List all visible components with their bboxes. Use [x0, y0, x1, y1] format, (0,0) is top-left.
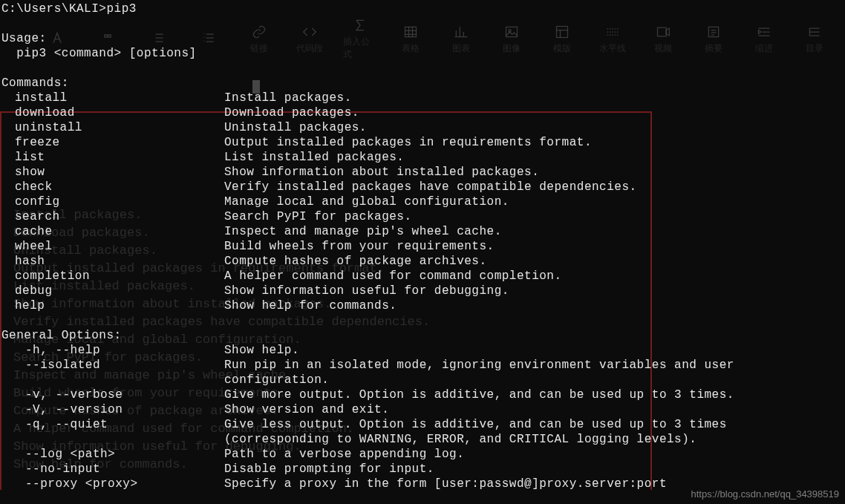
option-desc: Specify a proxy in the form [user:passwd…: [224, 477, 667, 491]
option-desc: Run pip in an isolated mode, ignoring en…: [224, 358, 734, 373]
command-name: wheel: [1, 239, 224, 254]
command-name: list: [1, 150, 224, 165]
option-desc: Give less output. Option is additive, an…: [224, 417, 727, 432]
option-flag: -q, --quiet: [1, 417, 224, 432]
command-desc: Build wheels from your requirements.: [224, 239, 495, 254]
command-desc: A helper command used for command comple…: [224, 269, 562, 284]
command-name: help: [1, 298, 224, 313]
commands-header: Commands:: [1, 76, 69, 90]
option-desc: Path to a verbose appending log.: [224, 447, 464, 462]
command-desc: Download packages.: [224, 105, 359, 120]
command-desc: Uninstall packages.: [224, 120, 367, 135]
command-name: download: [1, 105, 224, 120]
command-desc: Manage local and global configuration.: [224, 194, 509, 209]
option-desc: Disable prompting for input.: [224, 462, 434, 477]
command-name: config: [1, 194, 224, 209]
command-name: install: [1, 91, 224, 105]
command-desc: List installed packages.: [224, 150, 404, 165]
command-name: completion: [1, 269, 224, 284]
command-desc: Install packages.: [224, 91, 352, 105]
command-name: uninstall: [1, 120, 224, 135]
option-flag: --log <path>: [1, 447, 224, 462]
option-flag: -v, --verbose: [1, 387, 224, 402]
option-desc: Show version and exit.: [224, 402, 389, 417]
option-desc-cont: (corresponding to WARNING, ERROR, and CR…: [224, 432, 696, 447]
option-desc: Give more output. Option is additive, an…: [224, 387, 734, 402]
command-desc: Verify installed packages have compatibl…: [224, 180, 637, 194]
option-flag: --proxy <proxy>: [1, 477, 224, 491]
command-name: show: [1, 165, 224, 180]
usage-header: Usage:: [1, 32, 47, 45]
command-desc: Show help for commands.: [224, 298, 397, 313]
command-name: hash: [1, 254, 224, 269]
command-name: check: [1, 180, 224, 194]
command-desc: Inspect and manage pip's wheel cache.: [224, 224, 502, 239]
command-desc: Compute hashes of package archives.: [224, 254, 487, 269]
command-name: search: [1, 209, 224, 224]
terminal-output[interactable]: C:\Users\KALI>pip3 Usage: pip3 <command>…: [0, 0, 845, 491]
command-name: freeze: [1, 135, 224, 150]
option-flag: -V, --version: [1, 402, 224, 417]
option-flag: --no-input: [1, 462, 224, 477]
option-flag: -h, --help: [1, 343, 224, 358]
cursor-caret: [252, 80, 260, 94]
command-desc: Show information useful for debugging.: [224, 284, 509, 298]
option-desc: Show help.: [224, 343, 299, 358]
command-desc: Show information about installed package…: [224, 165, 539, 180]
command-desc: Search PyPI for packages.: [224, 209, 412, 224]
watermark: https://blog.csdn.net/qq_34398519: [691, 488, 840, 500]
command-name: debug: [1, 284, 224, 298]
option-flag: --isolated: [1, 358, 224, 373]
command-name: cache: [1, 224, 224, 239]
option-desc-cont: configuration.: [224, 373, 329, 387]
usage-line: pip3 <command> [options]: [1, 47, 197, 60]
options-header: General Options:: [1, 329, 122, 342]
prompt-line: C:\Users\KALI>pip3: [1, 2, 137, 16]
command-desc: Output installed packages in requirement…: [224, 135, 592, 150]
